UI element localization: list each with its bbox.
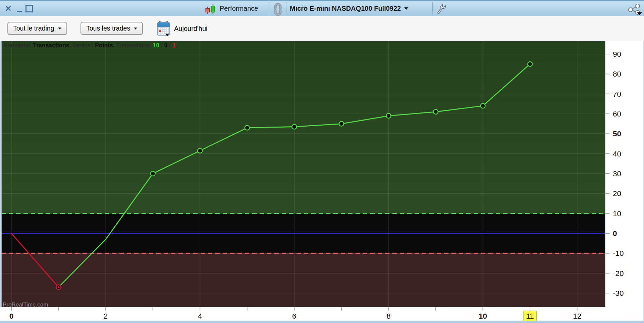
trades-filter-label: Tous les trades [86, 25, 130, 32]
calendar-icon[interactable] [157, 21, 170, 37]
share-icon[interactable] [627, 3, 643, 15]
chevron-down-icon [404, 7, 408, 10]
info-segment: Transactions [33, 42, 69, 49]
toolbar: Tout le trading Tous les trades Aujourd'… [0, 16, 644, 41]
info-segment: / [159, 42, 164, 49]
instrument-selector[interactable]: Micro E-mini NASDAQ100 Full0922 [290, 1, 408, 16]
trading-filter-dropdown[interactable]: Tout le trading [7, 22, 67, 35]
x-axis-label: 10 [479, 312, 487, 320]
y-axis-label: -10 [613, 249, 624, 258]
y-axis-label: 50 [613, 130, 621, 138]
x-axis-label: 6 [292, 312, 297, 320]
y-axis-label: -20 [613, 269, 624, 278]
trade-marker [339, 122, 344, 126]
separator [432, 2, 433, 15]
y-axis-label: -30 [613, 289, 624, 297]
y-axis-label: 20 [613, 189, 621, 198]
trading-filter-label: Tout le trading [13, 25, 54, 32]
zone-profit [1, 41, 605, 214]
maximize-icon[interactable] [25, 5, 33, 12]
x-axis-label: 8 [386, 312, 391, 320]
trade-marker [386, 113, 391, 118]
y-axis-label: 60 [613, 110, 621, 118]
candlestick-performance-icon [205, 4, 217, 15]
info-segment: 0 [164, 42, 168, 49]
info-segment: Horizontal: [3, 42, 33, 49]
chart-info-bar: Horizontal: Transactions, Vertical: Poin… [3, 41, 176, 50]
y-axis-label: 40 [613, 150, 621, 158]
instrument-name: Micro E-mini NASDAQ100 Full0922 [290, 1, 401, 16]
minimize-icon[interactable] [17, 11, 22, 12]
x-axis-label: 11 [526, 312, 534, 320]
chevron-down-icon [58, 28, 61, 30]
performance-title: Performance [220, 1, 258, 16]
link-icon[interactable] [272, 3, 283, 16]
trade-marker [481, 103, 485, 108]
y-axis-label: 10 [613, 210, 621, 218]
trade-marker [433, 109, 438, 114]
separator [286, 2, 286, 15]
performance-chart[interactable]: 9080706050403020100-10-20-3002468101112 [0, 41, 644, 323]
trade-marker [151, 171, 155, 176]
x-axis-label: 12 [573, 312, 581, 320]
watermark: ProRealTime.com [3, 302, 48, 308]
trade-marker [292, 125, 297, 129]
info-segment: Points [95, 42, 113, 49]
chevron-down-icon [134, 28, 137, 30]
x-axis-label: 0 [9, 312, 14, 320]
close-icon[interactable]: × [5, 2, 11, 15]
trade-marker [245, 126, 250, 130]
info-segment: 10 [153, 42, 159, 49]
info-segment: / [167, 42, 172, 49]
trade-marker [528, 62, 532, 66]
separator [269, 2, 269, 15]
info-segment: , Transactions: [113, 42, 153, 49]
info-segment: , Vertical: [69, 42, 95, 49]
performance-chart-area: 9080706050403020100-10-20-3002468101112 … [0, 41, 644, 323]
y-axis-label: 0 [613, 229, 617, 238]
y-axis-label: 80 [613, 70, 621, 78]
info-segment: 1 [172, 42, 176, 49]
x-axis-label: 4 [198, 312, 202, 320]
y-axis-label: 70 [613, 90, 621, 98]
x-axis-label: 2 [104, 312, 108, 320]
trade-marker [198, 148, 202, 153]
y-axis-label: 30 [613, 170, 621, 178]
wrench-icon[interactable] [436, 4, 446, 14]
trades-filter-dropdown[interactable]: Tous les trades [80, 22, 143, 35]
date-range-label: Aujourd'hui [174, 16, 207, 41]
zone-loss [1, 253, 605, 307]
y-axis-label: 90 [613, 50, 621, 58]
titlebar: × Performance Micro E-mini NASDAQ100 Ful… [0, 0, 644, 16]
